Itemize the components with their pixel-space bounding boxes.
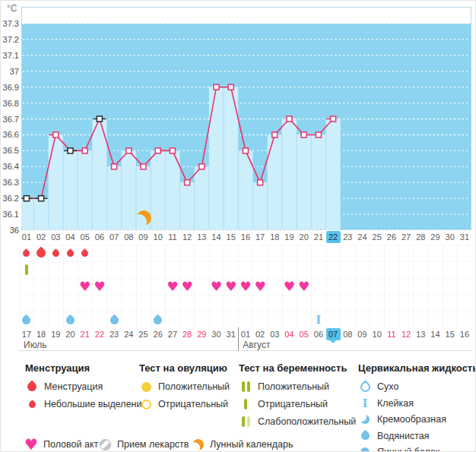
temperature-marker[interactable] [68, 148, 73, 153]
cycle-day-cell[interactable]: 17 [253, 231, 268, 243]
cycle-day-cell[interactable]: 02 [34, 231, 49, 243]
cycle-day-cell[interactable]: 31 [457, 231, 471, 243]
intercourse-entry[interactable]: ♥ [224, 278, 238, 295]
temperature-marker[interactable] [53, 132, 59, 137]
cervical-fluid-entry[interactable] [63, 311, 78, 328]
intercourse-entry[interactable]: ♥ [92, 278, 106, 295]
temperature-marker[interactable] [214, 84, 219, 90]
calendar-date-cell[interactable]: 25 [136, 328, 151, 340]
temperature-marker[interactable] [82, 148, 87, 153]
intercourse-entry[interactable]: ♥ [252, 278, 267, 295]
calendar-date-cell[interactable]: 06 [311, 328, 325, 340]
calendar-date-cell[interactable]: 15 [443, 328, 457, 340]
calendar-date-cell[interactable]: 31 [224, 328, 238, 340]
intercourse-entry[interactable]: ♥ [282, 278, 297, 295]
cycle-day-cell[interactable]: 15 [224, 231, 238, 243]
intercourse-entry[interactable]: ♥ [78, 278, 92, 295]
calendar-date-cell[interactable]: 28 [180, 328, 195, 340]
day-column-bar[interactable] [107, 166, 122, 229]
day-column-bar[interactable] [209, 87, 224, 229]
day-column-bar[interactable] [195, 166, 209, 229]
cycle-day-cell[interactable]: 26 [384, 231, 398, 243]
temperature-marker[interactable] [199, 164, 205, 169]
cycle-day-cell[interactable]: 03 [49, 231, 63, 243]
menstruation-entry[interactable] [63, 245, 78, 261]
calendar-date-cell[interactable]: 23 [107, 328, 122, 340]
day-column-bar[interactable] [49, 135, 63, 230]
temperature-marker[interactable] [301, 132, 306, 137]
cycle-day-cell[interactable]: 28 [414, 231, 428, 243]
calendar-date-cell[interactable]: 21 [78, 328, 92, 340]
calendar-date-cell[interactable]: 27 [165, 328, 179, 340]
temperature-marker[interactable] [170, 148, 175, 153]
calendar-date-cell[interactable]: 01 [238, 328, 252, 340]
calendar-date-cell[interactable]: 30 [209, 328, 224, 340]
cycle-day-cell[interactable]: 16 [238, 231, 252, 243]
temperature-marker[interactable] [243, 148, 248, 153]
calendar-date-cell[interactable]: 18 [34, 328, 49, 340]
day-column-bar[interactable] [78, 150, 92, 229]
temperature-marker[interactable] [228, 84, 233, 90]
calendar-date-cell[interactable]: 13 [414, 328, 428, 340]
calendar-date-cell[interactable]: 14 [428, 328, 443, 340]
cycle-day-cell[interactable]: 01 [19, 231, 33, 243]
day-column-bar[interactable] [311, 135, 325, 230]
menstruation-entry[interactable] [19, 245, 33, 261]
calendar-date-cell[interactable]: 10 [370, 328, 384, 340]
cycle-day-cell[interactable]: 19 [282, 231, 297, 243]
day-column-bar[interactable] [297, 135, 311, 230]
intercourse-entry[interactable]: ♥ [297, 278, 311, 295]
cycle-day-cell[interactable]: 06 [92, 231, 106, 243]
intercourse-entry[interactable]: ♥ [238, 278, 252, 295]
day-column-bar[interactable] [268, 135, 282, 230]
calendar-date-cell[interactable]: 02 [253, 328, 268, 340]
calendar-date-cell[interactable]: 11 [384, 328, 398, 340]
cycle-day-cell[interactable]: 12 [180, 231, 195, 243]
temperature-marker[interactable] [185, 180, 190, 185]
cervical-fluid-entry[interactable] [19, 311, 33, 328]
calendar-date-cell[interactable]: 07 [326, 328, 341, 340]
day-column-bar[interactable] [34, 198, 49, 229]
cycle-day-cell[interactable]: 05 [78, 231, 92, 243]
day-column-bar[interactable] [151, 150, 165, 229]
calendar-date-cell[interactable]: 26 [151, 328, 165, 340]
temperature-marker[interactable] [155, 148, 160, 153]
cycle-day-cell[interactable]: 23 [341, 231, 355, 243]
calendar-date-cell[interactable]: 12 [399, 328, 414, 340]
cervical-fluid-entry[interactable] [151, 311, 165, 328]
cycle-day-cell[interactable]: 18 [268, 231, 282, 243]
menstruation-entry[interactable] [49, 245, 63, 261]
cycle-day-cell[interactable]: 14 [209, 231, 224, 243]
day-column-bar[interactable] [282, 119, 297, 230]
cervical-fluid-entry[interactable]: I [311, 311, 325, 328]
cycle-day-cell[interactable]: 24 [355, 231, 370, 243]
calendar-date-cell[interactable]: 09 [355, 328, 370, 340]
menstruation-entry[interactable] [33, 245, 48, 261]
temperature-marker[interactable] [272, 132, 278, 137]
day-column-bar[interactable] [326, 119, 341, 230]
calendar-date-cell[interactable]: 20 [63, 328, 78, 340]
calendar-date-cell[interactable]: 22 [92, 328, 106, 340]
intercourse-entry[interactable]: ♥ [165, 278, 179, 295]
calendar-date-cell[interactable]: 17 [19, 328, 33, 340]
cycle-day-cell[interactable]: 11 [165, 231, 179, 243]
intercourse-entry[interactable]: ♥ [179, 278, 194, 295]
cycle-day-cell[interactable]: 25 [370, 231, 384, 243]
cycle-day-cell[interactable]: 20 [297, 231, 311, 243]
temperature-marker[interactable] [141, 164, 146, 169]
menstruation-entry[interactable] [78, 245, 92, 261]
calendar-date-cell[interactable]: 03 [268, 328, 282, 340]
calendar-date-cell[interactable]: 08 [341, 328, 355, 340]
temperature-marker[interactable] [316, 132, 321, 137]
calendar-date-cell[interactable]: 19 [49, 328, 63, 340]
cycle-day-cell[interactable]: 21 [311, 231, 325, 243]
cervical-fluid-entry[interactable] [106, 311, 121, 328]
cycle-day-cell[interactable]: 29 [428, 231, 443, 243]
cycle-day-cell[interactable]: 30 [443, 231, 457, 243]
cycle-day-cell[interactable]: 22 [326, 231, 341, 243]
temperature-marker[interactable] [39, 196, 44, 201]
calendar-date-cell[interactable]: 24 [122, 328, 136, 340]
calendar-date-cell[interactable]: 04 [282, 328, 297, 340]
day-column-bar[interactable] [180, 182, 195, 229]
day-column-bar[interactable] [122, 150, 136, 229]
